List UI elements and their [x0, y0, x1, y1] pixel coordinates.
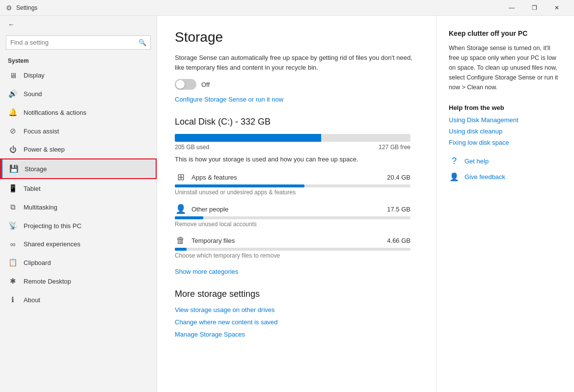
- sidebar-item-storage[interactable]: 💾 Storage: [0, 158, 157, 179]
- storage-desc-2: Choose which temporary files to remove: [175, 252, 410, 259]
- sidebar-item-label-sound: Sound: [24, 90, 42, 98]
- storage-sense-toggle-row: Off: [175, 79, 419, 90]
- sidebar-item-label-shared: Shared experiences: [24, 240, 81, 248]
- power-icon: ⏻: [8, 145, 18, 154]
- sidebar-item-label-multitasking: Multitasking: [24, 204, 57, 211]
- disk-bar-fill: [175, 134, 321, 142]
- storage-desc-1: Remove unused local accounts: [175, 221, 410, 228]
- disk-bar-container: [175, 134, 410, 142]
- storage-item-2[interactable]: 🗑 Temporary files 4.66 GB Choose which t…: [175, 235, 410, 259]
- sidebar-item-projecting[interactable]: 📡 Projecting to this PC: [0, 216, 157, 235]
- tablet-icon: 📱: [8, 184, 18, 193]
- storage-size-2: 4.66 GB: [387, 237, 410, 244]
- get-help-item[interactable]: ? Get help: [449, 156, 562, 166]
- storage-name-0: Apps & features: [191, 174, 237, 181]
- keep-clutter-desc: When Storage sense is turned on, it'll f…: [449, 43, 562, 92]
- sidebar-item-remote[interactable]: ✱ Remote Desktop: [0, 272, 157, 290]
- search-icon: 🔍: [135, 39, 150, 46]
- storage-bar-fill-2: [175, 248, 187, 251]
- sidebar-item-notifications[interactable]: 🔔 Notifications & actions: [0, 103, 157, 122]
- show-more-categories-link[interactable]: Show more categories: [175, 268, 238, 275]
- storage-item-1[interactable]: 👤 Other people 17.5 GB Remove unused loc…: [175, 204, 410, 228]
- storage-item-header-2: 🗑 Temporary files 4.66 GB: [175, 235, 410, 246]
- storage-bar-0: [175, 184, 410, 187]
- help-link-2[interactable]: Fixing low disk space: [449, 139, 562, 146]
- help-actions: ? Get help 👤 Give feedback: [449, 156, 562, 182]
- storage-name-1: Other people: [191, 206, 228, 213]
- configure-storage-link[interactable]: Configure Storage Sense or run it now: [175, 96, 283, 103]
- disk-description: This is how your storage is used and how…: [175, 156, 410, 163]
- storage-bar-fill-1: [175, 216, 203, 219]
- sidebar-item-focus[interactable]: ⊘ Focus assist: [0, 122, 157, 140]
- give-feedback-item[interactable]: 👤 Give feedback: [449, 172, 562, 182]
- more-link-1[interactable]: Change where new content is saved: [175, 318, 419, 326]
- more-link-0[interactable]: View storage usage on other drives: [175, 306, 419, 314]
- remote-icon: ✱: [8, 277, 18, 286]
- page-title: Storage: [175, 29, 419, 45]
- main-content: Storage Storage Sense can automatically …: [157, 16, 437, 392]
- multitasking-icon: ⧉: [8, 203, 18, 211]
- keep-clutter-title: Keep clutter off your PC: [449, 29, 562, 37]
- local-disk-title: Local Disk (C:) - 332 GB: [175, 117, 419, 127]
- storage-item-header-1: 👤 Other people 17.5 GB: [175, 204, 410, 214]
- give-feedback-icon: 👤: [449, 172, 460, 182]
- sidebar-item-label-storage: Storage: [25, 165, 47, 173]
- sidebar-item-tablet[interactable]: 📱 Tablet: [0, 179, 157, 198]
- shared-icon: ∞: [8, 240, 18, 248]
- storage-icon-2: 🗑: [175, 235, 187, 246]
- minimize-button[interactable]: —: [500, 0, 523, 16]
- sidebar-item-display[interactable]: 🖥 Display: [0, 66, 157, 84]
- storage-bar-fill-0: [175, 184, 304, 187]
- sidebar-item-power[interactable]: ⏻ Power & sleep: [0, 140, 157, 158]
- search-input[interactable]: [6, 36, 135, 49]
- free-label: 127 GB free: [379, 144, 410, 151]
- storage-icon-1: 👤: [175, 204, 187, 214]
- sidebar-item-multitasking[interactable]: ⧉ Multitasking: [0, 198, 157, 216]
- help-links: Using Disk ManagementUsing disk cleanupF…: [449, 116, 562, 146]
- sidebar-section-label: System: [0, 53, 157, 66]
- storage-bar-2: [175, 248, 410, 251]
- projecting-icon: 📡: [8, 221, 18, 230]
- right-panel: Keep clutter off your PC When Storage se…: [437, 16, 574, 392]
- storage-icon: 💾: [9, 164, 19, 173]
- back-button[interactable]: ←: [0, 16, 157, 33]
- disk-labels: 205 GB used 127 GB free: [175, 144, 410, 151]
- sidebar-item-shared[interactable]: ∞ Shared experiences: [0, 235, 157, 253]
- help-link-1[interactable]: Using disk cleanup: [449, 128, 562, 135]
- settings-icon: ⚙: [6, 4, 12, 12]
- storage-name-2: Temporary files: [191, 237, 235, 244]
- maximize-button[interactable]: ❐: [523, 0, 546, 16]
- storage-size-0: 20.4 GB: [387, 174, 410, 181]
- close-button[interactable]: ✕: [546, 0, 568, 16]
- toggle-knob: [176, 80, 185, 89]
- focus-icon: ⊘: [8, 127, 18, 135]
- search-container: 🔍: [6, 35, 151, 50]
- storage-sense-toggle[interactable]: [175, 79, 196, 90]
- sidebar-item-clipboard[interactable]: 📋 Clipboard: [0, 253, 157, 272]
- get-help-icon: ?: [449, 156, 460, 166]
- sidebar-item-label-power: Power & sleep: [24, 146, 65, 153]
- sidebar: ← 🔍 System 🖥 Display 🔊 Sound 🔔 Notificat…: [0, 16, 157, 392]
- get-help-label: Get help: [465, 157, 489, 165]
- more-links: View storage usage on other drivesChange…: [175, 306, 419, 338]
- sidebar-item-about[interactable]: ℹ About: [0, 290, 157, 309]
- more-link-2[interactable]: Manage Storage Spaces: [175, 331, 419, 338]
- sidebar-item-label-remote: Remote Desktop: [24, 278, 71, 285]
- sidebar-item-label-about: About: [24, 296, 40, 304]
- help-from-web-title: Help from the web: [449, 104, 562, 111]
- sidebar-item-label-projecting: Projecting to this PC: [24, 222, 82, 230]
- storage-item-0[interactable]: ⊞ Apps & features 20.4 GB Uninstall unus…: [175, 172, 410, 196]
- help-link-0[interactable]: Using Disk Management: [449, 116, 562, 124]
- sidebar-item-sound[interactable]: 🔊 Sound: [0, 84, 157, 103]
- sound-icon: 🔊: [8, 89, 18, 98]
- titlebar-title: Settings: [16, 4, 500, 11]
- storage-size-1: 17.5 GB: [387, 206, 410, 213]
- storage-icon-0: ⊞: [175, 172, 187, 183]
- display-icon: 🖥: [8, 71, 18, 79]
- used-label: 205 GB used: [175, 144, 209, 151]
- disk-bar: [175, 134, 410, 142]
- back-icon: ←: [8, 21, 15, 28]
- storage-items: ⊞ Apps & features 20.4 GB Uninstall unus…: [175, 172, 419, 259]
- sidebar-item-label-display: Display: [24, 72, 45, 79]
- storage-desc-0: Uninstall unused or undesired apps & fea…: [175, 189, 410, 196]
